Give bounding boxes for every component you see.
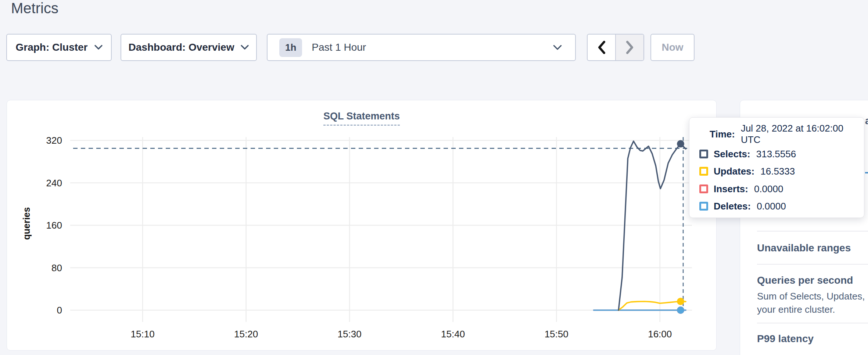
sql-statements-chart-plot[interactable]: 08016024032015:1015:2015:3015:4015:5016:… [7,100,717,351]
tooltip-row-updates: Updates: 16.5333 [699,166,858,177]
sidebar-divider [757,323,868,323]
now-button[interactable]: Now [650,34,695,61]
time-range-label: Past 1 Hour [312,42,366,53]
svg-text:80: 80 [51,262,62,273]
tooltip-row-value: 313.5556 [756,148,796,160]
deletes-series-swatch [699,202,708,211]
tooltip-row-inserts: Inserts: 0.0000 [699,183,858,194]
inserts-series-swatch [699,184,708,193]
chevron-right-icon [625,41,634,54]
tooltip-row-value: 16.5333 [760,166,795,177]
tooltip-time-row: Time: Jul 28, 2022 at 16:02:00 UTC [710,129,858,140]
sidebar-item-p99-latency: P99 latency [757,333,868,344]
chevron-left-icon [597,41,606,54]
time-step-buttons [587,34,644,61]
svg-text:queries: queries [21,207,32,240]
next-range-button[interactable] [615,35,643,60]
page-title: Metrics [11,0,58,17]
tooltip-row-label: Updates: [714,166,754,177]
svg-text:240: 240 [46,178,62,189]
sql-statements-chart-card: SQL Statements 08016024032015:1015:2015:… [7,100,717,351]
graph-scope-dropdown-label: Graph: Cluster [15,42,87,53]
svg-text:320: 320 [46,135,62,146]
tooltip-row-value: 0.0000 [757,201,786,212]
svg-text:160: 160 [46,220,62,231]
dashboard-dropdown-label: Dashboard: Overview [129,42,234,53]
chart-hover-tooltip: Time: Jul 28, 2022 at 16:02:00 UTC Selec… [689,117,864,218]
graph-scope-dropdown[interactable]: Graph: Cluster [6,34,112,61]
description-line-2: your entire cluster. [757,303,868,316]
clipped-sidebar-text-fragment: a [865,115,868,127]
tooltip-row-label: Deletes: [714,201,751,212]
dashboard-dropdown[interactable]: Dashboard: Overview [121,34,257,61]
description-line-1: Sum of Selects, Updates, Inserts [757,290,868,303]
svg-text:15:40: 15:40 [441,329,465,340]
tooltip-time-value: Jul 28, 2022 at 16:02:00 UTC [741,123,858,146]
chevron-down-icon [94,45,103,50]
updates-series-swatch [699,167,708,176]
svg-text:15:30: 15:30 [338,329,362,340]
svg-text:15:20: 15:20 [234,329,258,340]
tooltip-row-deletes: Deletes: 0.0000 [699,201,858,212]
sidebar-divider [757,264,868,265]
tooltip-row-label: Selects: [714,148,750,160]
svg-text:15:50: 15:50 [545,329,568,340]
selects-series-swatch [699,150,708,158]
svg-text:0: 0 [57,305,62,316]
chevron-down-icon [241,45,249,50]
previous-range-button[interactable] [588,35,615,60]
tooltip-row-selects: Selects: 313.5556 [699,148,858,159]
time-range-picker[interactable]: 1h Past 1 Hour [267,34,576,61]
sidebar-item-unavailable-ranges: Unavailable ranges [757,243,868,254]
metrics-page: { "page": { "title": "Metrics" }, "toolb… [0,0,868,355]
chevron-down-icon [553,45,562,50]
clipped-link-underline-fragment [865,172,868,173]
sidebar-item-queries-per-second: Queries per second [757,275,868,286]
tooltip-row-value: 0.0000 [754,183,783,195]
tooltip-time-label: Time: [710,129,735,140]
time-range-badge: 1h [279,38,302,57]
tooltip-row-label: Inserts: [714,183,748,195]
sidebar-divider [757,231,868,232]
svg-text:16:00: 16:00 [648,329,672,340]
sidebar-item-description: Sum of Selects, Updates, Inserts your en… [757,290,868,316]
svg-text:15:10: 15:10 [131,329,155,340]
